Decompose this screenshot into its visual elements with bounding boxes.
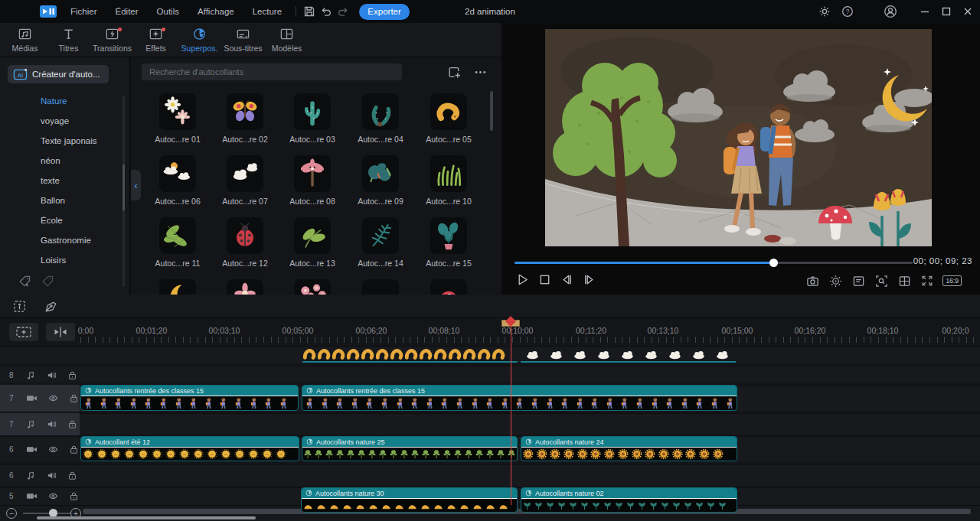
track-header-5-video[interactable]: 5 <box>0 487 80 505</box>
bottom-mini-scrollbar[interactable] <box>37 516 256 519</box>
sidebar-item-ballon[interactable]: Ballon <box>41 196 65 205</box>
sticker-moon[interactable] <box>159 279 196 295</box>
track-header-6-video[interactable]: 6 <box>0 436 80 462</box>
toggle-visibility-eye-icon[interactable] <box>48 444 58 454</box>
tab-titles[interactable]: Titres <box>47 23 90 57</box>
sticker-sprig[interactable] <box>294 217 331 254</box>
account-icon[interactable] <box>882 3 899 20</box>
track-header-7-video[interactable]: 7 <box>0 385 80 412</box>
audio-track-icon[interactable] <box>26 471 36 480</box>
video-track-icon[interactable] <box>26 444 38 454</box>
draw-pen-icon[interactable] <box>44 299 58 314</box>
timeline-clip[interactable]: Autocollants nature 30 <box>301 487 518 513</box>
lock-track-icon[interactable] <box>69 393 79 403</box>
zoom-out-button[interactable]: − <box>6 508 17 519</box>
sticker-mushroomtop[interactable] <box>430 279 467 295</box>
save-icon[interactable] <box>301 3 318 20</box>
sidebar-item-neon[interactable]: néon <box>41 156 60 165</box>
tab-media[interactable]: Médias <box>3 23 47 57</box>
timeline-clip[interactable]: Autocollants rentrée des classes 15 <box>80 385 299 411</box>
sticker-monstera[interactable] <box>430 217 467 254</box>
lock-track-icon[interactable] <box>69 491 79 501</box>
snapshot-camera-icon[interactable] <box>805 273 820 288</box>
video-track-icon[interactable] <box>26 393 38 403</box>
timeline-clip[interactable]: Autocollants nature 24 <box>521 436 737 461</box>
sidebar-item-texte[interactable]: texte <box>41 176 60 185</box>
audio-track-icon[interactable] <box>26 370 36 380</box>
redo-icon[interactable] <box>335 3 351 20</box>
export-button[interactable]: Exporter <box>359 4 410 20</box>
previous-frame-button[interactable] <box>559 272 574 287</box>
search-input[interactable] <box>142 63 402 80</box>
playhead-line[interactable] <box>511 325 511 505</box>
timeline-clip[interactable]: Autocollants nature 02 <box>521 487 737 513</box>
sticker-leaves[interactable] <box>159 217 196 254</box>
tab-transitions[interactable]: Transitions <box>90 23 134 57</box>
sticker-cactus[interactable] <box>294 93 331 130</box>
tab-overlays[interactable]: Superpos. <box>178 23 221 57</box>
timeline-clip[interactable] <box>521 346 736 363</box>
close-button[interactable] <box>960 4 975 19</box>
video-track-icon[interactable] <box>26 491 38 501</box>
tab-subtitles[interactable]: Sous-titres <box>221 23 265 57</box>
timeline-zoom-slider[interactable] <box>23 513 70 514</box>
fullscreen-icon[interactable] <box>920 273 935 288</box>
track-lane[interactable] <box>0 413 980 435</box>
lock-track-icon[interactable] <box>67 471 77 480</box>
import-file-icon[interactable] <box>448 66 462 80</box>
sticker-ladybug[interactable] <box>227 217 263 254</box>
menu-outils[interactable]: Outils <box>148 7 188 16</box>
menu-fichier[interactable]: Fichier <box>61 7 106 16</box>
sidebar-item-textejaponais[interactable]: Texte japonais <box>41 136 97 145</box>
sidebar-item-ecole[interactable]: École <box>41 216 63 225</box>
preview-canvas[interactable] <box>545 29 932 246</box>
sidebar-scrollbar-thumb[interactable] <box>122 164 125 210</box>
mute-speaker-icon[interactable] <box>47 471 57 480</box>
toggle-visibility-eye-icon[interactable] <box>48 393 58 403</box>
mute-speaker-icon[interactable] <box>47 370 57 380</box>
markers-list-icon[interactable] <box>851 273 866 288</box>
sticker-cactus2[interactable] <box>362 93 399 130</box>
sticker-suncloud[interactable] <box>159 155 196 192</box>
trim-button[interactable] <box>46 323 75 341</box>
timeline-clip[interactable]: Autocollant été 12 <box>80 436 299 461</box>
aspect-ratio-button[interactable]: 16:9 <box>942 275 962 286</box>
sticker-pinkflowers[interactable] <box>294 279 331 295</box>
render-preview-icon[interactable] <box>828 273 843 288</box>
collapse-sidebar-button[interactable]: ‹ <box>131 170 141 200</box>
sticker-grass[interactable] <box>430 155 467 192</box>
add-tag-icon[interactable] <box>18 275 31 288</box>
sticker-fern[interactable] <box>362 217 399 254</box>
next-frame-button[interactable] <box>581 272 596 287</box>
timeline-clip[interactable] <box>302 346 518 363</box>
track-header-8-audio[interactable]: 8 <box>0 366 80 384</box>
play-button[interactable] <box>514 272 530 287</box>
menu-lecture[interactable]: Lecture <box>243 7 291 16</box>
sticker-daisy[interactable] <box>159 93 196 130</box>
toggle-visibility-eye-icon[interactable] <box>48 491 58 501</box>
tab-effects[interactable]: Effets <box>134 23 178 57</box>
menu-affichage[interactable]: Affichage <box>188 7 243 16</box>
stop-button[interactable] <box>537 272 552 287</box>
lock-track-icon[interactable] <box>67 370 77 380</box>
sticker-clouds[interactable] <box>227 155 263 192</box>
undo-icon[interactable] <box>318 3 335 20</box>
sidebar-item-loisirs[interactable]: Loisirs <box>41 256 66 265</box>
seek-bar[interactable] <box>514 262 913 264</box>
lock-track-icon[interactable] <box>69 444 79 454</box>
sidebar-item-gastronomie[interactable]: Gastronomie <box>41 236 91 245</box>
add-track-button[interactable] <box>9 323 38 341</box>
remove-tag-icon[interactable] <box>41 275 54 288</box>
audio-track-icon[interactable] <box>26 419 36 429</box>
lock-track-icon[interactable] <box>67 419 77 429</box>
sidebar-item-voyage[interactable]: voyage <box>41 116 69 125</box>
sidebar-item-nature[interactable]: Nature <box>41 96 67 106</box>
mute-speaker-icon[interactable] <box>47 419 57 429</box>
sticker-creator-button[interactable]: AI Créateur d'auto... <box>8 65 109 83</box>
sticker-palm[interactable] <box>294 155 331 192</box>
sticker-butterfly[interactable] <box>227 93 263 130</box>
keyframe-tool-icon[interactable] <box>12 299 27 314</box>
track-lane[interactable] <box>0 464 980 486</box>
sticker-jungle[interactable] <box>362 155 399 192</box>
timeline-clip[interactable]: Autocollants nature 25 <box>302 436 518 461</box>
